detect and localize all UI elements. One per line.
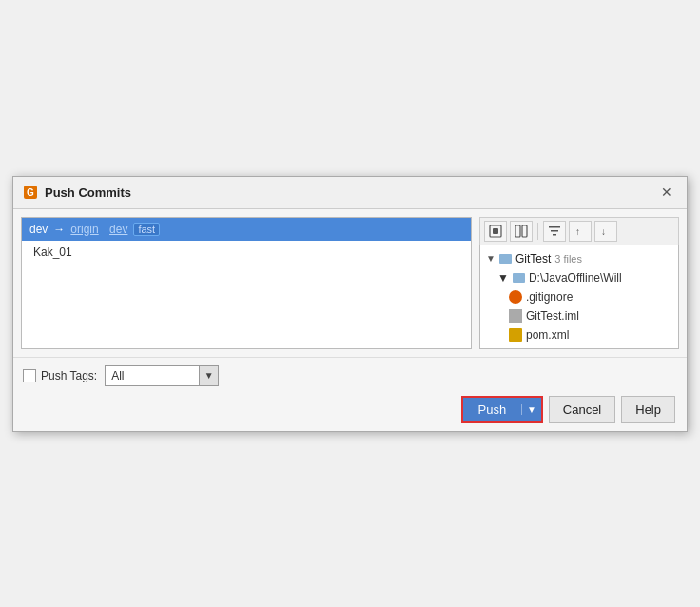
tree-subfolder-node[interactable]: ▼ D:\JavaOffline\Will — [480, 268, 678, 287]
push-tags-checkbox-label[interactable]: Push Tags: — [23, 369, 97, 382]
subfolder-icon — [513, 273, 525, 283]
commits-list: dev → origin dev fast Kak_01 — [21, 217, 472, 349]
svg-rect-4 — [515, 225, 520, 237]
main-content: dev → origin dev fast Kak_01 — [13, 209, 687, 357]
remote-link[interactable]: origin — [70, 223, 98, 236]
toolbar-btn-diff[interactable] — [510, 221, 533, 242]
xml-file-icon — [509, 328, 522, 342]
close-button[interactable]: ✕ — [656, 182, 677, 203]
push-button-dropdown-arrow[interactable]: ▼ — [521, 404, 541, 415]
tags-dropdown-value: All — [106, 369, 199, 382]
left-panel: dev → origin dev fast Kak_01 — [21, 217, 472, 349]
push-tags-checkbox[interactable] — [23, 369, 36, 382]
gitignore-filename: .gitignore — [526, 290, 573, 304]
to-branch-link[interactable]: dev — [109, 223, 127, 236]
toolbar-sep-1 — [537, 223, 538, 240]
tags-dropdown[interactable]: All ▼ — [105, 365, 219, 386]
help-button[interactable]: Help — [621, 396, 675, 423]
right-panel: ↑ ↓ ▼ GitTest 3 files — [479, 217, 679, 349]
commit-branch-header[interactable]: dev → origin dev fast — [22, 218, 471, 241]
iml-file-icon — [509, 309, 522, 323]
tree-file-xml[interactable]: pom.xml — [480, 325, 678, 344]
action-buttons-row: Push ▼ Cancel Help — [23, 396, 677, 423]
svg-rect-8 — [553, 234, 556, 236]
toolbar-btn-sort-desc[interactable]: ↓ — [594, 221, 617, 242]
cancel-button[interactable]: Cancel — [549, 396, 615, 423]
xml-filename: pom.xml — [526, 328, 569, 342]
toolbar-btn-filter[interactable] — [543, 221, 566, 242]
svg-text:G: G — [27, 187, 34, 198]
push-tags-row: Push Tags: All ▼ — [23, 365, 677, 386]
svg-rect-3 — [493, 228, 498, 234]
svg-text:↓: ↓ — [601, 226, 606, 237]
tags-dropdown-arrow[interactable]: ▼ — [199, 366, 218, 385]
title-bar-left: G Push Commits — [23, 185, 131, 200]
svg-rect-5 — [522, 225, 527, 237]
iml-filename: GitTest.iml — [526, 309, 579, 323]
tree-root-node[interactable]: ▼ GitTest 3 files — [480, 249, 678, 268]
from-branch: dev — [29, 223, 48, 236]
branch-tag: fast — [133, 223, 160, 236]
svg-text:↑: ↑ — [575, 226, 580, 237]
root-folder-icon — [499, 254, 512, 264]
dialog-icon: G — [23, 185, 38, 200]
push-button-label: Push — [463, 402, 521, 417]
root-file-count: 3 files — [554, 253, 582, 264]
subfolder-expand-icon: ▼ — [497, 271, 509, 284]
colon — [103, 223, 106, 236]
subfolder-name: D:\JavaOffline\Will — [529, 271, 622, 284]
gitignore-file-icon — [509, 290, 522, 304]
toolbar-btn-expand[interactable] — [484, 221, 507, 242]
root-expand-icon: ▼ — [486, 253, 496, 264]
root-folder-name: GitTest — [515, 252, 551, 265]
branch-arrow: → — [53, 223, 65, 236]
bottom-panel: Push Tags: All ▼ Push ▼ Cancel Help — [13, 357, 687, 431]
push-commits-dialog: G Push Commits ✕ dev → origin dev fast — [12, 176, 688, 432]
svg-rect-7 — [551, 230, 558, 232]
file-tree: ▼ GitTest 3 files ▼ D:\JavaOffline\Will … — [479, 245, 679, 349]
toolbar-btn-sort-asc[interactable]: ↑ — [569, 221, 592, 242]
svg-rect-6 — [549, 226, 560, 228]
commit-item[interactable]: Kak_01 — [22, 241, 471, 264]
push-button[interactable]: Push ▼ — [461, 396, 543, 423]
push-tags-text: Push Tags: — [41, 369, 97, 382]
tree-file-gitignore[interactable]: .gitignore — [480, 287, 678, 306]
dialog-title: Push Commits — [45, 186, 131, 200]
title-bar: G Push Commits ✕ — [13, 177, 687, 209]
tree-file-iml[interactable]: GitTest.iml — [480, 306, 678, 325]
right-toolbar: ↑ ↓ — [479, 217, 679, 245]
